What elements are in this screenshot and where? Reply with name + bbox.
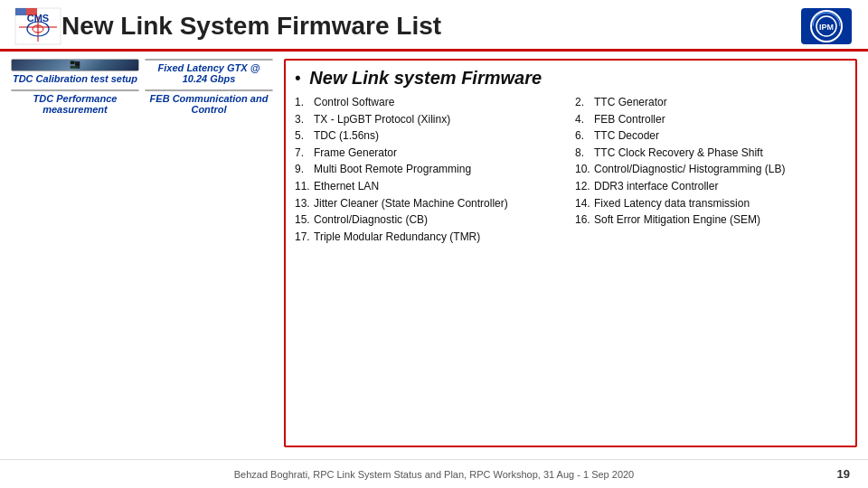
list-item: 2.TTC Generator: [575, 94, 846, 111]
header: CMS New Link System Firmware List IPM: [0, 0, 868, 52]
list-item: 15.Control/Diagnostic (CB): [295, 211, 566, 229]
svg-text:IPM: IPM: [819, 23, 834, 32]
list-item: 13.Jitter Cleaner (State Machine Control…: [295, 195, 566, 212]
list-item: 14.Fixed Latency data transmission: [575, 195, 846, 212]
tdc-perf-caption: TDC Performance measurement: [11, 93, 139, 115]
list-item: 4.FEB Controller: [575, 111, 846, 128]
fixed-latency-image: [145, 59, 273, 61]
footer: Behzad Boghrati, RPC Link System Status …: [0, 459, 868, 488]
images-panel: TDC Calibration test setup: [11, 59, 273, 447]
svg-rect-15: [75, 61, 80, 65]
svg-rect-18: [71, 66, 73, 67]
list-item: 7.Frame Generator: [295, 145, 566, 162]
tdc-calibration-image: [11, 59, 139, 71]
list-item: 5.TDC (1.56ns): [295, 127, 566, 145]
list-item: 12.DDR3 interface Controller: [575, 178, 846, 195]
list-item: 11.Ethernet LAN: [295, 178, 566, 195]
list-item: 8.TTC Clock Recovery & Phase Shift: [575, 145, 846, 162]
page-title: New Link System Firmware List: [61, 12, 799, 41]
top-image-pair: TDC Calibration test setup: [11, 59, 273, 84]
feb-comm-caption: FEB Communication and Control: [145, 93, 273, 115]
firmware-section-title: • New Link system Firmware: [295, 68, 846, 89]
footer-text: Behzad Boghrati, RPC Link System Status …: [234, 469, 635, 480]
main-content: TDC Calibration test setup: [0, 52, 868, 455]
list-item: 10.Control/Diagnostic/ Histogramming (LB…: [575, 161, 846, 178]
list-item: 6.TTC Decoder: [575, 127, 846, 145]
svg-rect-7: [26, 8, 37, 15]
tdc-performance-image: [11, 89, 139, 91]
feb-comm-image: [145, 89, 273, 91]
ipm-logo: IPM: [799, 7, 854, 45]
list-item: 16.Soft Error Mitigation Engine (SEM): [575, 211, 846, 229]
svg-rect-20: [76, 66, 79, 68]
bullet-icon: •: [295, 69, 300, 88]
bottom-image-pair: TDC Performance measurement: [11, 89, 273, 115]
svg-rect-19: [73, 66, 76, 67]
list-item: 3.TX - LpGBT Protocol (Xilinx): [295, 111, 566, 128]
tdc-cal-caption: TDC Calibration test setup: [11, 73, 139, 84]
firmware-panel: • New Link system Firmware 1.Control Sof…: [284, 59, 857, 447]
svg-rect-6: [15, 8, 26, 15]
fixed-lat-caption: Fixed Latency GTX @ 10.24 Gbps: [145, 62, 273, 84]
list-item: 9.Multi Boot Remote Programming: [295, 161, 566, 178]
list-item: 1.Control Software: [295, 94, 566, 111]
list-item: 17.Triple Modular Redundancy (TMR): [295, 229, 566, 246]
cms-logo: CMS: [14, 7, 61, 45]
page-number: 19: [837, 467, 850, 481]
firmware-list: 1.Control Software2.TTC Generator3.TX - …: [295, 94, 846, 245]
